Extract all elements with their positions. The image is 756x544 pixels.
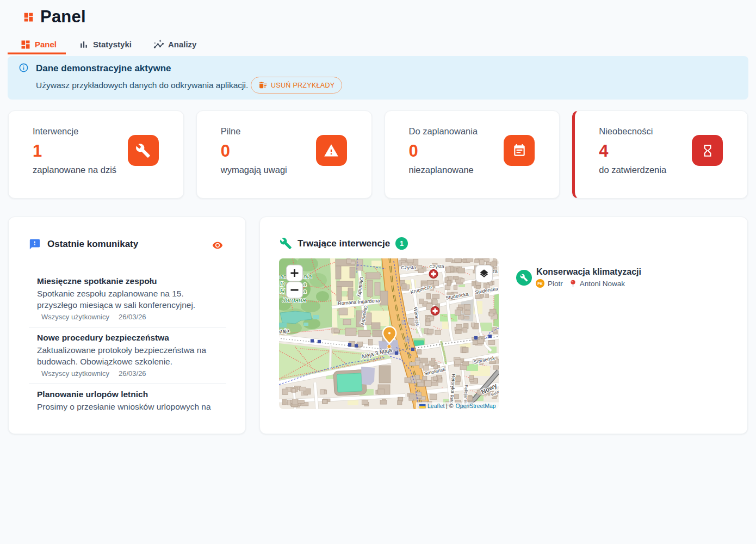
svg-text:za: za (492, 269, 498, 274)
svg-text:D: D (280, 281, 284, 287)
svg-text:nia: nia (303, 273, 312, 280)
svg-text:Retoryka: Retoryka (450, 374, 456, 393)
svg-text:| ©: | © (446, 403, 454, 409)
svg-text:Leaflet: Leaflet (427, 403, 445, 409)
svg-text:H: H (280, 288, 285, 294)
svg-text:OpenStreetMap: OpenStreetMap (456, 403, 496, 409)
svg-text:an: an (280, 273, 287, 280)
svg-text:a: a (303, 288, 306, 294)
svg-text:Czysta: Czysta (429, 264, 444, 269)
svg-text:a: a (303, 281, 306, 287)
svg-text:Felicjanek: Felicjanek (463, 385, 468, 405)
svg-text:Czysta: Czysta (401, 265, 416, 270)
